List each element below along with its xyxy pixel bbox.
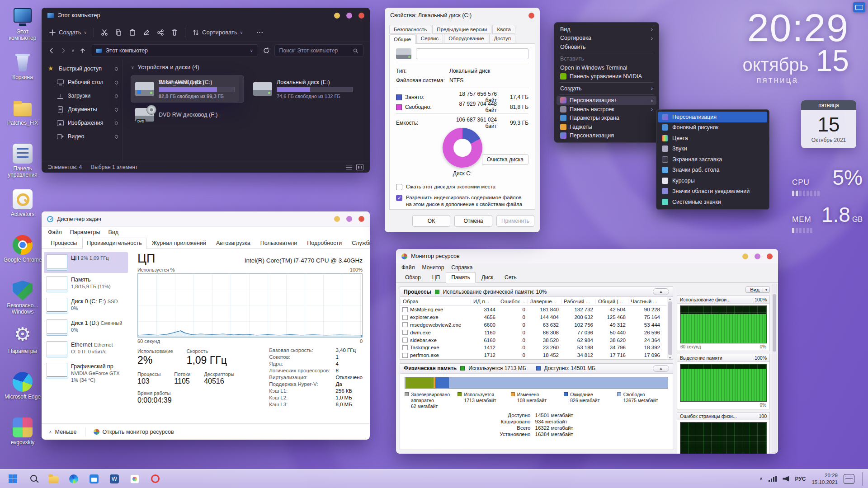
fewer-details-button[interactable]: ∧ Меньше [49, 429, 77, 435]
desktop-icon[interactable]: Панель управления [3, 141, 42, 187]
task-manager-titlebar[interactable]: Диспетчер задач [42, 211, 370, 227]
taskbar-search-button[interactable] [24, 471, 42, 487]
process-row[interactable]: dwm.exe 1160 0 86 308 77 036 50 440 26 5… [400, 328, 667, 336]
explorer-titlebar[interactable]: Этот компьютер [42, 8, 370, 23]
desktop-icon[interactable]: Microsoft Edge [3, 370, 42, 415]
submenu-item[interactable]: Значки раб. стола [658, 165, 767, 176]
minimize-button[interactable] [742, 253, 748, 259]
up-button[interactable] [79, 47, 86, 54]
submenu-item[interactable]: Значки области уведомлений [658, 186, 767, 197]
resource-monitor-tab[interactable]: Обзор [400, 272, 426, 282]
open-resource-monitor-link[interactable]: Открыть монитор ресурсов [94, 429, 174, 435]
forward-button[interactable] [60, 47, 67, 54]
properties-tab[interactable]: Оборудование [444, 34, 488, 43]
column-header[interactable]: ИД п... [471, 299, 498, 304]
volume-icon[interactable] [783, 476, 789, 482]
desktop-icon[interactable]: Patches_FIX [3, 96, 42, 141]
list-view-icon[interactable] [345, 164, 353, 170]
paste-button[interactable] [129, 29, 136, 36]
dialog-button[interactable]: ОК [412, 215, 450, 227]
tray-clock[interactable]: 20:29 15.10.2021 [811, 472, 838, 486]
notification-center-button[interactable] [844, 474, 854, 484]
column-header[interactable]: Общий (... [595, 299, 628, 304]
context-menu-item[interactable]: Параметры экрана › [557, 114, 656, 123]
submenu-item[interactable]: Экранная заставка [658, 154, 767, 165]
drive-item[interactable]: Локальный диск (E:) 74,6 ГБ свободно из … [249, 76, 362, 102]
refresh-button[interactable] [263, 47, 270, 54]
resource-monitor-titlebar[interactable]: Монитор ресурсов [396, 249, 778, 263]
performance-sidebar-item[interactable]: Диск 1 (D:) Сменный 0% [44, 317, 128, 338]
taskbar-edge-button[interactable] [65, 471, 83, 487]
properties-titlebar[interactable]: Свойства: Локальный диск (С:) [385, 8, 540, 23]
menu-item[interactable]: Файл [48, 229, 62, 235]
sidebar-item[interactable]: Видео [42, 130, 123, 143]
context-menu-item[interactable]: Вид › [557, 25, 656, 34]
task-manager-tab[interactable]: Службы [347, 238, 370, 249]
task-manager-tab[interactable]: Подробности [302, 238, 346, 249]
show-desktop-button[interactable] [862, 472, 864, 486]
process-checkbox[interactable] [402, 330, 408, 335]
processes-scrollbar[interactable]: ▲▼ [667, 297, 673, 359]
minimize-button[interactable] [334, 216, 340, 222]
menu-item[interactable]: Вид [108, 229, 118, 235]
delete-button[interactable] [171, 29, 178, 36]
menu-item[interactable]: Файл [401, 264, 415, 271]
context-menu-item[interactable]: Сортировка › [557, 34, 656, 43]
process-row[interactable]: perfmon.exe 1712 0 18 452 34 812 17 716 … [400, 352, 667, 359]
desktop-icon[interactable]: Безопасно... Windows [3, 278, 42, 324]
context-menu-item[interactable]: Панель настроек › [557, 105, 656, 114]
task-manager-tab[interactable]: Журнал приложений [147, 238, 211, 249]
tray-overflow-button[interactable]: ∧ [759, 476, 763, 482]
share-button[interactable] [157, 29, 164, 36]
rename-button[interactable] [143, 29, 150, 36]
properties-tab[interactable]: Сервис [416, 34, 443, 43]
maximize-button[interactable] [346, 13, 352, 19]
context-menu-item[interactable]: Персонализация › [557, 131, 656, 141]
drive-item[interactable]: WIN7_WIN10 (D:) 12,8 ГБ свободно из 56,3… [131, 76, 239, 102]
close-button[interactable] [528, 13, 534, 19]
resource-monitor-tab[interactable]: Память [446, 272, 476, 283]
column-header[interactable]: Заверше... [528, 299, 561, 304]
process-row[interactable]: Taskmgr.exe 1412 0 23 260 53 188 34 796 … [400, 344, 667, 352]
recent-locations-button[interactable]: ∨ [71, 48, 75, 53]
task-manager-tab[interactable]: Процессы [46, 238, 81, 249]
close-button[interactable] [767, 253, 773, 259]
thumbnail-view-icon[interactable] [356, 164, 363, 170]
process-checkbox[interactable] [402, 307, 408, 312]
cut-button[interactable] [101, 29, 108, 36]
more-button[interactable]: ⋯ [256, 28, 263, 37]
copy-button[interactable] [115, 29, 122, 36]
menu-item[interactable]: Справка [451, 264, 472, 271]
volume-label-input[interactable] [416, 48, 528, 59]
menu-item[interactable]: Параметры [70, 229, 100, 235]
sidebar-item[interactable]: Быстрый доступ [42, 62, 123, 75]
process-row[interactable]: sidebar.exe 6160 0 38 520 62 984 38 620 … [400, 336, 667, 344]
context-menu-item[interactable]: › [559, 94, 654, 95]
process-checkbox[interactable] [402, 338, 408, 343]
sidebar-item[interactable]: Документы [42, 103, 123, 116]
properties-tab[interactable]: Безопасность [389, 25, 431, 34]
sidebar-item[interactable]: Изображения [42, 116, 123, 130]
index-checkbox[interactable] [396, 195, 402, 201]
process-checkbox[interactable] [402, 322, 408, 327]
collapse-section-button[interactable]: ▲ [653, 365, 669, 372]
maximize-button[interactable] [346, 216, 352, 222]
compress-checkbox[interactable] [396, 184, 402, 190]
drives-section-header[interactable]: ∨ Устройства и диски (4) [131, 64, 362, 70]
context-menu-item[interactable]: Обновить › [557, 42, 656, 52]
close-button[interactable] [359, 216, 364, 222]
column-header[interactable]: Ошибок ... [498, 299, 528, 304]
properties-tab[interactable]: Предыдущие версии [432, 25, 491, 34]
taskbar-store-button[interactable] [85, 471, 103, 487]
column-header[interactable]: Рабочий ... [561, 299, 595, 304]
submenu-item[interactable]: Персонализация [658, 112, 767, 122]
menu-item[interactable]: Монитор [422, 264, 444, 271]
resource-monitor-tab[interactable]: Сеть [499, 272, 522, 282]
start-button[interactable] [4, 471, 22, 487]
search-input[interactable]: Поиск: Этот компьютер [274, 44, 363, 57]
context-menu-item[interactable]: › [559, 82, 654, 83]
new-button[interactable]: Создать ∨ [49, 29, 87, 36]
submenu-item[interactable]: Системные значки [658, 197, 767, 207]
performance-sidebar-item[interactable]: Память 1,8/15,9 ГБ (11%) [44, 274, 128, 295]
minimize-button[interactable] [334, 13, 340, 19]
